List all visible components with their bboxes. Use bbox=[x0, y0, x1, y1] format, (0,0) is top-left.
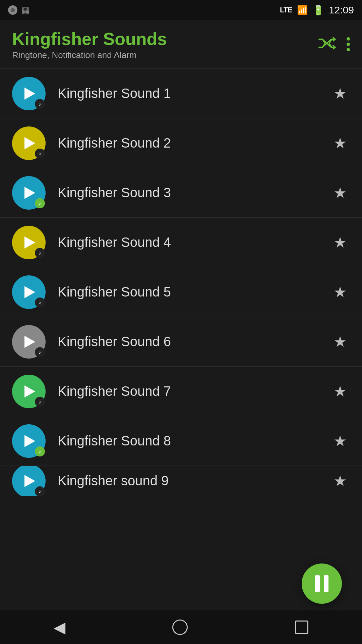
sound-list: ♪ Kingfisher Sound 1 ★ ♪ Kingfisher Soun… bbox=[0, 69, 362, 496]
sound-item-5[interactable]: ♪ Kingfisher Sound 5 ★ bbox=[0, 267, 362, 317]
recents-button[interactable] bbox=[290, 615, 314, 639]
header-actions bbox=[318, 37, 350, 53]
play-button-1[interactable]: ♪ bbox=[12, 77, 46, 110]
recents-square-icon bbox=[295, 621, 308, 634]
star-button-7[interactable]: ★ bbox=[330, 379, 350, 403]
more-button[interactable] bbox=[347, 37, 350, 53]
sound-name-1: Kingfisher Sound 1 bbox=[46, 86, 330, 101]
play-icon-2 bbox=[24, 137, 35, 149]
music-badge-8: ♪ bbox=[35, 446, 45, 457]
sound-name-3: Kingfisher Sound 3 bbox=[46, 185, 330, 200]
music-badge-9: ♪ bbox=[35, 486, 45, 496]
play-icon-1 bbox=[24, 88, 35, 100]
play-button-8[interactable]: ♪ bbox=[12, 424, 46, 458]
pause-icon bbox=[315, 575, 328, 592]
play-button-9[interactable]: ♪ bbox=[12, 466, 46, 496]
home-circle-icon bbox=[172, 620, 188, 635]
play-button-3[interactable]: ♪ bbox=[12, 176, 46, 210]
sound-item-4[interactable]: ♪ Kingfisher Sound 4 ★ bbox=[0, 218, 362, 267]
sound-item-7[interactable]: ♪ Kingfisher Sound 7 ★ bbox=[0, 367, 362, 416]
pause-bar-left bbox=[315, 575, 320, 592]
app-title: Kingfisher Sounds bbox=[12, 30, 167, 49]
status-bar: ▦ LTE 📶 🔋 12:09 bbox=[0, 0, 362, 20]
sound-item-8[interactable]: ♪ Kingfisher Sound 8 ★ bbox=[0, 416, 362, 466]
status-left: ▦ bbox=[8, 5, 30, 15]
app-subtitle: Ringtone, Notification and Alarm bbox=[12, 50, 167, 60]
play-button-5[interactable]: ♪ bbox=[12, 275, 46, 309]
sound-name-4: Kingfisher Sound 4 bbox=[46, 235, 330, 250]
app-header: Kingfisher Sounds Ringtone, Notification… bbox=[0, 20, 362, 69]
status-right: LTE 📶 🔋 12:09 bbox=[280, 4, 354, 16]
shuffle-button[interactable] bbox=[318, 37, 336, 53]
music-badge-6: ♪ bbox=[35, 347, 45, 357]
star-button-4[interactable]: ★ bbox=[330, 230, 350, 254]
sound-name-9: Kingfisher sound 9 bbox=[46, 473, 330, 488]
lte-badge: LTE bbox=[280, 6, 292, 14]
bottom-nav: ◀ bbox=[0, 610, 362, 644]
play-button-6[interactable]: ♪ bbox=[12, 325, 46, 359]
music-badge-3: ♪ bbox=[35, 198, 45, 208]
sound-name-7: Kingfisher Sound 7 bbox=[46, 384, 330, 399]
header-title-block: Kingfisher Sounds Ringtone, Notification… bbox=[12, 30, 167, 60]
star-button-2[interactable]: ★ bbox=[330, 131, 350, 155]
play-button-2[interactable]: ♪ bbox=[12, 126, 46, 160]
music-badge-1: ♪ bbox=[35, 99, 45, 109]
sound-item-1[interactable]: ♪ Kingfisher Sound 1 ★ bbox=[0, 69, 362, 118]
play-icon-5 bbox=[24, 286, 35, 298]
sound-item-9[interactable]: ♪ Kingfisher sound 9 ★ bbox=[0, 466, 362, 496]
star-button-8[interactable]: ★ bbox=[330, 429, 350, 453]
play-icon-8 bbox=[24, 435, 35, 447]
music-badge-4: ♪ bbox=[35, 248, 45, 258]
play-icon-9 bbox=[24, 475, 35, 487]
star-button-1[interactable]: ★ bbox=[330, 82, 350, 105]
pause-bar-right bbox=[324, 575, 328, 592]
music-badge-5: ♪ bbox=[35, 298, 45, 308]
floating-pause-button[interactable] bbox=[302, 564, 342, 604]
play-icon-6 bbox=[24, 336, 35, 348]
music-badge-7: ♪ bbox=[35, 397, 45, 407]
music-badge-2: ♪ bbox=[35, 149, 45, 159]
signal-icon: 📶 bbox=[297, 5, 308, 15]
sim-icon: ▦ bbox=[21, 5, 30, 15]
sound-name-6: Kingfisher Sound 6 bbox=[46, 334, 330, 349]
play-icon-4 bbox=[24, 236, 35, 249]
sound-name-5: Kingfisher Sound 5 bbox=[46, 284, 330, 300]
star-button-9[interactable]: ★ bbox=[330, 469, 350, 493]
sound-item-3[interactable]: ♪ Kingfisher Sound 3 ★ bbox=[0, 168, 362, 218]
play-button-7[interactable]: ♪ bbox=[12, 375, 46, 408]
sound-item-2[interactable]: ♪ Kingfisher Sound 2 ★ bbox=[0, 118, 362, 168]
battery-icon: 🔋 bbox=[312, 5, 324, 16]
star-button-3[interactable]: ★ bbox=[330, 181, 350, 205]
sound-item-6[interactable]: ♪ Kingfisher Sound 6 ★ bbox=[0, 317, 362, 367]
star-button-5[interactable]: ★ bbox=[330, 280, 350, 304]
sound-name-8: Kingfisher Sound 8 bbox=[46, 433, 330, 448]
time-display: 12:09 bbox=[329, 4, 354, 16]
play-icon-3 bbox=[24, 187, 35, 199]
back-button[interactable]: ◀ bbox=[48, 613, 71, 642]
record-icon bbox=[8, 5, 17, 15]
star-button-6[interactable]: ★ bbox=[330, 330, 350, 354]
home-button[interactable] bbox=[167, 614, 193, 640]
sound-name-2: Kingfisher Sound 2 bbox=[46, 136, 330, 151]
play-button-4[interactable]: ♪ bbox=[12, 226, 46, 259]
play-icon-7 bbox=[24, 385, 35, 397]
